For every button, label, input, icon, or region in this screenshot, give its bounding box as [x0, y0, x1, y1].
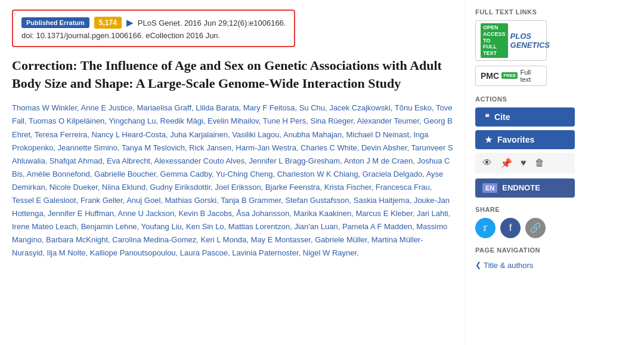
cite-button[interactable]: ❝ Cite: [475, 107, 575, 127]
favorites-label: Favorites: [497, 135, 534, 144]
trash-icon-button[interactable]: 🗑: [532, 156, 547, 170]
title-authors-nav-label: Title & authors: [484, 261, 533, 270]
publication-box: Published Erratum 5,174 ▶ PLoS Genet. 20…: [12, 10, 295, 47]
full-text-links-label: FULL TEXT LINKS: [475, 8, 575, 16]
quote-icon: ❝: [485, 112, 490, 122]
share-label: SHARE: [475, 206, 575, 213]
title-authors-nav-item[interactable]: ❮ Title & authors: [475, 258, 575, 272]
share-icons: 𝕣 f 🔗: [475, 218, 575, 238]
plos-genetics-link[interactable]: OPEN ACCESSTO FULL TEXT PLOS GENETICS: [475, 20, 575, 61]
open-access-label: OPEN ACCESSTO FULL TEXT: [481, 23, 508, 58]
chevron-left-icon: ❮: [475, 261, 481, 269]
doi-text: doi: 10.1371/journal.pgen.1006166. eColl…: [21, 31, 286, 40]
arrow-icon: ▶: [126, 18, 133, 27]
free-badge: FREE: [501, 72, 518, 79]
facebook-share-button[interactable]: f: [500, 218, 521, 238]
copy-link-button[interactable]: 🔗: [525, 218, 546, 238]
actions-label: ACTIONS: [475, 96, 575, 103]
pmc-link[interactable]: PMC FREE Full text: [475, 66, 547, 86]
endnote-en-label: EN: [482, 183, 497, 193]
favorites-button[interactable]: ★ Favorites: [475, 130, 575, 149]
page-nav-label: PAGE NAVIGATION: [475, 247, 575, 254]
journal-reference: PLoS Genet. 2016 Jun 29;12(6):e1006166.: [138, 19, 286, 27]
twitter-share-button[interactable]: 𝕣: [475, 218, 496, 238]
plos-genetics-label: PLOS GENETICS: [510, 32, 550, 50]
pub-box-top: Published Erratum 5,174 ▶ PLoS Genet. 20…: [21, 17, 286, 29]
erratum-badge: Published Erratum: [21, 17, 89, 28]
main-content: Published Erratum 5,174 ▶ PLoS Genet. 20…: [0, 0, 465, 345]
eye-icon-button[interactable]: 👁: [480, 156, 494, 170]
star-icon: ★: [485, 135, 493, 144]
endnote-label: ENDNOTE: [502, 183, 540, 192]
sidebar: FULL TEXT LINKS OPEN ACCESSTO FULL TEXT …: [465, 0, 584, 345]
pmc-full-text: Full text: [520, 69, 541, 83]
pmc-label: PMC: [481, 71, 499, 81]
endnote-button[interactable]: EN ENDNOTE: [475, 178, 575, 198]
altmetric-score: 5,174: [94, 17, 122, 29]
heart-icon-button[interactable]: ♥: [518, 156, 529, 170]
cite-label: Cite: [494, 112, 510, 122]
pin-icon-button[interactable]: 📌: [498, 156, 515, 170]
icon-row: 👁 📌 ♥ 🗑: [475, 153, 575, 174]
plos-badge[interactable]: OPEN ACCESSTO FULL TEXT PLOS GENETICS: [475, 20, 547, 61]
authors-list[interactable]: Thomas W Winkler, Anne E Justice, Mariae…: [12, 101, 453, 260]
article-title: Correction: The Influence of Age and Sex…: [12, 57, 453, 92]
